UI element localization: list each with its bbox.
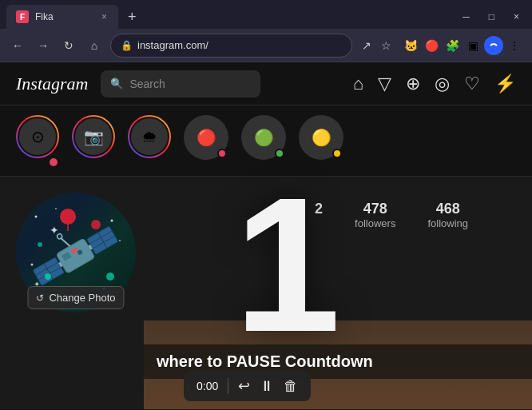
svg-point-30 <box>91 220 101 229</box>
ext-sidebar[interactable]: ▣ <box>463 36 482 55</box>
ig-nav-icons: ⌂ ▽ ⊕ ◎ ♡ ⚡ <box>353 74 516 94</box>
stat-following-number: 468 <box>436 201 460 217</box>
back-button[interactable]: ← <box>8 36 27 55</box>
pause-button[interactable]: ⏸ <box>260 378 274 395</box>
browser-window: F Fika × + ─ □ × ← → ↻ ⌂ 🔒 instagram.com… <box>0 0 532 410</box>
player-time: 0:00 <box>197 380 218 392</box>
bookmark-icon[interactable]: ☆ <box>378 36 395 55</box>
svg-point-9 <box>60 209 76 225</box>
forward-button[interactable]: → <box>34 36 53 55</box>
rewind-button[interactable]: ↩ <box>238 377 250 395</box>
ext-logo[interactable] <box>484 36 503 55</box>
url-text: instagram.com/ <box>137 39 342 51</box>
tab-close-button[interactable]: × <box>100 10 109 24</box>
svg-point-2 <box>55 208 57 209</box>
tab-favicon: F <box>16 10 29 23</box>
player-divider <box>228 378 228 394</box>
main-content: 1 <box>0 177 532 409</box>
lock-icon: 🔒 <box>121 40 133 51</box>
stat-followers-label: followers <box>355 217 395 229</box>
svg-point-27 <box>45 273 51 280</box>
create-icon[interactable]: ⊕ <box>406 74 420 94</box>
instagram-logo: Instagram <box>16 74 88 94</box>
ig-nav: Instagram 🔍 Search ⌂ ▽ ⊕ ◎ ♡ ⚡ <box>0 62 532 105</box>
stat-following-label: following <box>427 217 468 229</box>
refresh-button[interactable]: ↻ <box>59 36 78 55</box>
ext-tampermonkey[interactable]: 🐱 <box>401 36 420 55</box>
instagram-page: Instagram 🔍 Search ⌂ ▽ ⊕ ◎ ♡ ⚡ ⊙ <box>0 62 532 410</box>
stat-followers-number: 478 <box>363 201 387 217</box>
story-avatar: 🌧 <box>129 117 169 157</box>
home-button[interactable]: ⌂ <box>85 36 104 55</box>
tab-title: Fika <box>35 11 93 22</box>
change-photo-button[interactable]: ↺ Change Photo <box>27 286 124 309</box>
countdown-text: where to PAUSE Countdown <box>157 352 373 370</box>
ext-other[interactable]: 🔴 <box>422 36 441 55</box>
story-avatar: 📷 <box>73 117 113 157</box>
active-tab[interactable]: F Fika × <box>6 5 118 29</box>
story-item[interactable]: 🌧 <box>128 115 171 166</box>
svg-point-29 <box>106 273 114 281</box>
big-number: 1 <box>234 169 340 360</box>
search-placeholder: Search <box>129 78 165 90</box>
new-tab-button[interactable]: + <box>121 8 143 26</box>
svg-point-3 <box>111 220 113 222</box>
profile-photo-container: ✦ ✦ ↺ Change Photo <box>16 193 136 312</box>
story-item[interactable]: 🔴 <box>184 115 228 166</box>
ext-puzzle[interactable]: 🧩 <box>443 36 462 55</box>
maximize-button[interactable]: □ <box>482 10 501 24</box>
minimize-button[interactable]: ─ <box>456 10 476 24</box>
svg-point-28 <box>38 242 42 247</box>
extension-icons: 🐱 🔴 🧩 ▣ ⋮ <box>401 36 524 55</box>
delete-button[interactable]: 🗑 <box>284 378 298 395</box>
compass-icon[interactable]: ◎ <box>435 74 450 94</box>
svg-point-5 <box>31 264 34 266</box>
svg-point-0 <box>488 40 499 51</box>
svg-point-4 <box>119 240 121 241</box>
home-icon[interactable]: ⌂ <box>353 74 363 94</box>
change-photo-icon: ↺ <box>36 293 44 304</box>
media-player: 0:00 ↩ ⏸ 🗑 <box>184 371 311 401</box>
stat-followers: 478 followers <box>355 201 395 229</box>
story-item[interactable]: 📷 <box>72 115 115 166</box>
window-controls: ─ □ × <box>456 10 526 24</box>
browser-menu-button[interactable]: ⋮ <box>505 36 524 55</box>
address-bar: ← → ↻ ⌂ 🔒 instagram.com/ ↗ ☆ 🐱 🔴 🧩 ▣ ⋮ <box>0 29 532 62</box>
heart-icon[interactable]: ♡ <box>464 74 480 94</box>
share-icon[interactable]: ↗ <box>359 36 375 55</box>
story-item[interactable]: ⊙ <box>16 115 59 166</box>
address-bar-actions: ↗ ☆ <box>359 36 395 55</box>
lightning-icon[interactable]: ⚡ <box>494 74 516 94</box>
svg-point-1 <box>35 216 38 218</box>
svg-text:✦: ✦ <box>50 224 59 237</box>
change-photo-label: Change Photo <box>49 292 115 304</box>
tab-bar: F Fika × + ─ □ × <box>0 0 532 29</box>
ig-search-bar[interactable]: 🔍 Search <box>101 70 260 98</box>
search-icon: 🔍 <box>110 78 123 90</box>
close-button[interactable]: × <box>507 10 526 24</box>
stat-following: 468 following <box>427 201 468 229</box>
explore-icon[interactable]: ▽ <box>378 74 391 94</box>
story-avatar: ⊙ <box>18 117 58 157</box>
url-bar[interactable]: 🔒 instagram.com/ <box>110 34 352 58</box>
